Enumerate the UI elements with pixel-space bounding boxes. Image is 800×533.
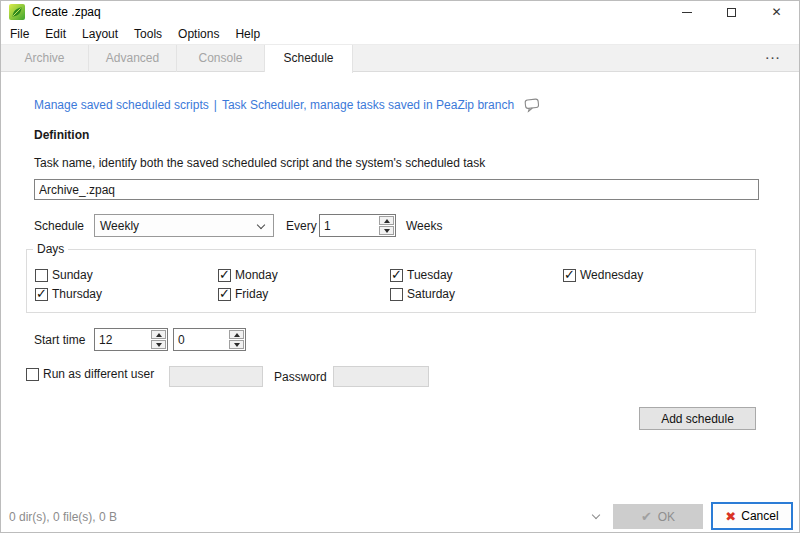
checkbox-thursday[interactable]: Thursday — [35, 287, 102, 301]
spin-up-button[interactable] — [379, 216, 394, 225]
definition-heading: Definition — [34, 128, 89, 142]
manage-scripts-link[interactable]: Manage saved scheduled scripts — [34, 98, 209, 112]
frequency-dropdown[interactable]: Weekly — [94, 214, 274, 237]
arrow-down-icon — [384, 229, 390, 233]
menu-help[interactable]: Help — [227, 27, 268, 41]
days-groupbox: Days Sunday Monday Tuesday Wednesday Thu… — [26, 249, 756, 313]
tab-strip: Archive Advanced Console Schedule ... — [1, 44, 799, 72]
task-name-hint: Task name, identify both the saved sched… — [34, 156, 485, 170]
menu-bar: File Edit Layout Tools Options Help — [1, 23, 799, 44]
chevron-down-icon — [257, 221, 265, 229]
spin-down-button[interactable] — [379, 226, 394, 235]
start-time-label: Start time — [34, 333, 85, 347]
arrow-up-icon — [156, 333, 162, 337]
close-icon: ✕ — [771, 6, 781, 18]
title-bar: Create .zpaq ✕ — [1, 1, 799, 23]
chevron-down-icon — [592, 511, 600, 519]
maximize-icon — [727, 8, 736, 17]
start-minute-spinner[interactable]: 0 — [173, 328, 246, 351]
spinner-buttons — [378, 215, 395, 236]
tab-advanced[interactable]: Advanced — [89, 45, 177, 72]
cancel-button-label: Cancel — [741, 509, 778, 523]
sunday-checkbox-icon[interactable] — [35, 269, 48, 282]
wednesday-checkbox-icon[interactable] — [563, 269, 576, 282]
speech-bubble-icon[interactable] — [523, 97, 540, 113]
spin-down-button[interactable] — [151, 340, 166, 349]
start-hour-spinner[interactable]: 12 — [94, 328, 168, 351]
days-legend: Days — [33, 242, 68, 256]
checkbox-sunday[interactable]: Sunday — [35, 268, 93, 282]
password-input — [333, 366, 429, 387]
checkbox-friday[interactable]: Friday — [218, 287, 268, 301]
tab-overflow-icon[interactable]: ... — [766, 49, 781, 61]
checkbox-saturday[interactable]: Saturday — [390, 287, 455, 301]
tab-archive[interactable]: Archive — [1, 45, 89, 72]
close-button[interactable]: ✕ — [754, 1, 799, 23]
run-as-user-input — [169, 366, 263, 387]
run-as-user-checkbox[interactable]: Run as different user — [26, 367, 154, 381]
weeks-label: Weeks — [406, 219, 442, 233]
password-label: Password — [274, 370, 327, 384]
checkbox-tuesday[interactable]: Tuesday — [390, 268, 453, 282]
sunday-label: Sunday — [52, 268, 93, 282]
add-schedule-button[interactable]: Add schedule — [639, 407, 756, 430]
every-label: Every — [286, 219, 317, 233]
saturday-checkbox-icon[interactable] — [390, 288, 403, 301]
cancel-x-icon: ✖ — [725, 509, 736, 524]
menu-edit[interactable]: Edit — [37, 27, 74, 41]
arrow-down-icon — [234, 343, 240, 347]
menu-layout[interactable]: Layout — [74, 27, 126, 41]
window-title: Create .zpaq — [32, 5, 101, 19]
arrow-down-icon — [156, 343, 162, 347]
peazip-leaf-icon — [9, 4, 25, 20]
maximize-button[interactable] — [709, 1, 754, 23]
task-scheduler-link[interactable]: Task Scheduler, manage tasks saved in Pe… — [222, 98, 514, 112]
monday-checkbox-icon[interactable] — [218, 269, 231, 282]
every-value[interactable]: 1 — [320, 219, 378, 233]
start-hour-value[interactable]: 12 — [95, 333, 150, 347]
checkbox-monday[interactable]: Monday — [218, 268, 278, 282]
minimize-button[interactable] — [664, 1, 709, 23]
footer-chevron-down-icon[interactable] — [593, 512, 599, 518]
tab-schedule[interactable]: Schedule — [265, 45, 353, 73]
minimize-icon — [682, 12, 692, 13]
window-controls: ✕ — [664, 1, 799, 23]
spinner-buttons — [150, 329, 167, 350]
tuesday-label: Tuesday — [407, 268, 453, 282]
status-bar-text: 0 dir(s), 0 file(s), 0 B — [9, 510, 117, 524]
schedule-label: Schedule — [34, 219, 84, 233]
arrow-up-icon — [384, 219, 390, 223]
monday-label: Monday — [235, 268, 278, 282]
ok-button-label: OK — [658, 510, 675, 524]
menu-file[interactable]: File — [2, 27, 37, 41]
every-spinner[interactable]: 1 — [319, 214, 396, 237]
tuesday-checkbox-icon[interactable] — [390, 269, 403, 282]
saturday-label: Saturday — [407, 287, 455, 301]
tab-console[interactable]: Console — [177, 45, 265, 72]
spin-up-button[interactable] — [151, 330, 166, 339]
thursday-label: Thursday — [52, 287, 102, 301]
run-as-checkbox-icon[interactable] — [26, 368, 39, 381]
friday-label: Friday — [235, 287, 268, 301]
cancel-button[interactable]: ✖ Cancel — [711, 502, 793, 530]
frequency-selected-value: Weekly — [100, 219, 139, 233]
arrow-up-icon — [234, 333, 240, 337]
spin-up-button[interactable] — [229, 330, 244, 339]
run-as-label: Run as different user — [43, 367, 154, 381]
link-separator: | — [214, 98, 217, 112]
checkbox-wednesday[interactable]: Wednesday — [563, 268, 643, 282]
menu-tools[interactable]: Tools — [126, 27, 170, 41]
thursday-checkbox-icon[interactable] — [35, 288, 48, 301]
task-name-input[interactable] — [34, 179, 759, 200]
spin-down-button[interactable] — [229, 340, 244, 349]
wednesday-label: Wednesday — [580, 268, 643, 282]
ok-check-icon: ✔ — [641, 509, 652, 524]
create-zpaq-window: Create .zpaq ✕ File Edit Layout Tools Op… — [0, 0, 800, 533]
friday-checkbox-icon[interactable] — [218, 288, 231, 301]
help-links-row: Manage saved scheduled scripts | Task Sc… — [34, 98, 540, 112]
spinner-buttons — [228, 329, 245, 350]
menu-options[interactable]: Options — [170, 27, 227, 41]
ok-button[interactable]: ✔ OK — [613, 504, 703, 529]
start-minute-value[interactable]: 0 — [174, 333, 228, 347]
